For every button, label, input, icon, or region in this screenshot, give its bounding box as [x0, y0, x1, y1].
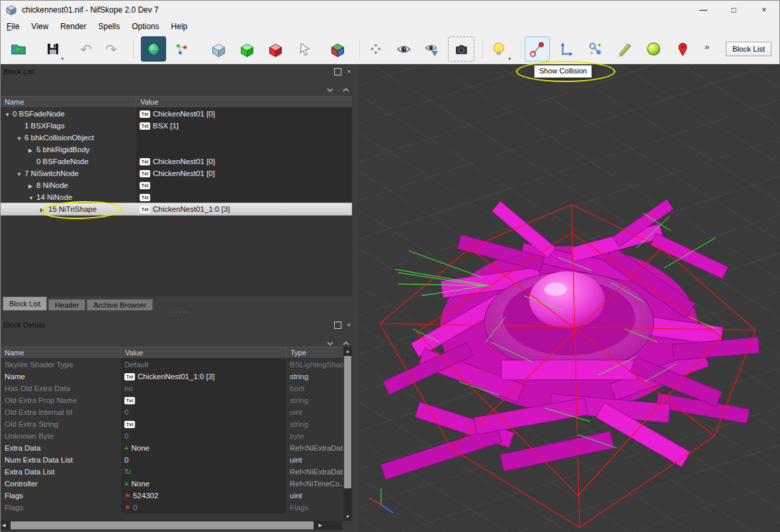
block-list-row[interactable]: ▼7 NiSwitchNodeTxtChickenNest01 [0] [1, 167, 352, 179]
tree-collapsed-icon[interactable]: ▶ [28, 181, 36, 191]
block-details-row[interactable]: Old Extra Internal Id0uint [1, 406, 343, 418]
tree-expanded-icon[interactable]: ▼ [5, 109, 13, 120]
block-value-label: BSX [1] [153, 122, 179, 130]
menu-spells[interactable]: Spells [93, 20, 126, 33]
block-details-row[interactable]: Skyrim Shader TypeDefaultBSLightingShad [1, 359, 343, 371]
menu-render[interactable]: Render [54, 20, 92, 33]
block-list-row[interactable]: 1 BSXFlagsTxtBSX [1] [1, 120, 352, 132]
tab-header[interactable]: Header [48, 299, 85, 310]
block-list-row[interactable]: 0 BSFadeNodeTxtChickenNest01 [0] [1, 155, 352, 167]
lighting-button[interactable]: ▾ [486, 36, 511, 62]
refresh-list-icon[interactable]: ↻ [124, 467, 131, 476]
block-list-row[interactable]: ▶15 NiTriShapeTxtChickenNest01_1:0 [3] [1, 203, 352, 215]
menu-options[interactable]: Options [126, 20, 165, 33]
block-details-row[interactable]: Unknown Byte0byte [1, 430, 343, 442]
hscroll-thumb[interactable] [11, 521, 314, 529]
show-axes-button[interactable] [554, 36, 579, 62]
vertical-scrollbar[interactable]: ▲ ▼ [343, 347, 352, 521]
expand-all-icon[interactable] [341, 84, 351, 91]
block-list-row[interactable]: ▼0 BSFadeNodeTxtChickenNest01 [0] [1, 108, 352, 120]
block-list-row[interactable]: ▼14 NiNodeTxt [1, 191, 352, 203]
close-panel-icon[interactable]: × [345, 322, 353, 329]
screenshot-button[interactable] [448, 36, 474, 62]
save-button[interactable]: ▾ [42, 36, 64, 62]
float-panel-icon[interactable] [334, 68, 341, 75]
block-details-row[interactable]: Num Extra Data List0uint [1, 454, 343, 466]
tree-collapsed-icon[interactable]: ▶ [28, 145, 36, 155]
marker-pin-button[interactable] [670, 36, 695, 62]
show-collision-button[interactable] [525, 36, 550, 62]
vscroll-thumb[interactable] [344, 356, 351, 488]
load-button[interactable] [6, 36, 31, 62]
redo-button[interactable]: ↷ [99, 36, 124, 62]
scroll-right-icon[interactable]: ▶ [319, 523, 322, 528]
menu-help[interactable]: Help [165, 20, 194, 33]
undo-button[interactable]: ↶ [73, 36, 99, 62]
scroll-down-icon[interactable]: ▼ [345, 514, 350, 519]
block-details-row[interactable]: Old Extra Prop NameTxtstring [1, 394, 343, 406]
wireframe-color-button[interactable] [612, 36, 637, 62]
column-header-name[interactable]: Name [1, 347, 121, 358]
block-details-row[interactable]: NameTxtChickenNest01_1:0 [3]string [1, 371, 343, 382]
scroll-left-icon[interactable]: ◀ [2, 523, 5, 528]
splitter-handle[interactable]: ······ [150, 310, 209, 318]
toolbar-overflow-button[interactable]: » [705, 42, 709, 52]
block-details-row[interactable]: Extra Data List↻Ref<NiExtraDat [1, 466, 343, 478]
detail-type-cell: BSLightingShad [286, 359, 343, 371]
expand-all-icon[interactable] [341, 337, 351, 344]
column-header-value[interactable]: Value [121, 347, 286, 358]
float-panel-icon[interactable] [334, 322, 341, 329]
column-header-name[interactable]: Name [1, 97, 136, 107]
maximize-button[interactable]: □ [718, 1, 749, 19]
tree-collapsed-icon[interactable]: ▶ [40, 204, 48, 215]
cube-green-button[interactable] [234, 36, 259, 62]
save-dropdown-icon[interactable]: ▾ [61, 56, 64, 62]
tab-archive-browser[interactable]: Archive Browser [87, 299, 153, 310]
add-link-icon[interactable]: + [124, 444, 128, 452]
highlight-button[interactable] [419, 36, 444, 62]
cube-red-button[interactable] [263, 36, 288, 62]
block-details-row[interactable]: Flags⚑0Flags [1, 502, 343, 513]
viewport-3d[interactable] [359, 64, 780, 532]
tree-expanded-icon[interactable]: ▼ [28, 193, 36, 203]
cube-blue-button[interactable] [206, 36, 231, 62]
select-arrow-button[interactable] [292, 36, 317, 62]
tab-block-list[interactable]: Block List [3, 296, 47, 310]
red-pin-icon [674, 40, 691, 58]
block-details-row[interactable]: Extra Data+NoneRef<NiExtraDat [1, 442, 343, 454]
minimize-button[interactable]: — [688, 1, 718, 19]
tree-expanded-icon[interactable]: ▼ [17, 169, 24, 179]
block-details-row[interactable]: Old Extra StringTxtstring [1, 418, 343, 430]
close-panel-icon[interactable]: × [345, 68, 353, 75]
menubar: FileViewRenderSpellsOptionsHelp [1, 19, 779, 34]
menu-file[interactable]: File [1, 20, 25, 33]
block-details-row[interactable]: Flags⚑524302uint [1, 490, 343, 502]
textures-toggle-button[interactable] [141, 36, 166, 62]
collapse-all-icon[interactable] [325, 337, 335, 344]
column-header-value[interactable]: Value [136, 97, 352, 107]
menu-view[interactable]: View [25, 20, 54, 33]
show-hidden-button[interactable] [391, 36, 416, 62]
block-details-row[interactable]: Has Old Extra Datanobool [1, 382, 343, 394]
viewport-canvas[interactable] [359, 64, 780, 532]
vertex-colors-button[interactable] [169, 36, 194, 62]
detail-value-label: 0 [124, 456, 128, 464]
block-list-combo[interactable]: Block List [726, 42, 771, 56]
block-details-row[interactable]: Controller+NoneRef<NiTimeCo... [1, 478, 343, 490]
collapse-all-icon[interactable] [325, 84, 335, 91]
scroll-up-icon[interactable]: ▲ [345, 349, 350, 353]
lighting-dropdown-icon[interactable]: ▾ [508, 56, 511, 62]
block-list-row[interactable]: ▶8 NiNodeTxt [1, 179, 352, 191]
block-name-label: 6 bhkCollisionObject [24, 134, 94, 142]
block-list-row[interactable]: ▼6 bhkCollisionObject [1, 132, 352, 144]
close-button[interactable]: × [749, 1, 779, 19]
add-link-icon[interactable]: + [124, 480, 128, 488]
horizontal-scrollbar[interactable]: ◀ ▶ [1, 521, 352, 530]
rgb-cube-button[interactable] [325, 36, 350, 62]
column-header-type[interactable]: Type [286, 347, 343, 358]
tree-expanded-icon[interactable]: ▼ [17, 133, 24, 144]
sphere-button[interactable] [641, 36, 666, 62]
block-list-row[interactable]: ▶5 bhkRigidBody [1, 144, 352, 155]
show-nodes-button[interactable] [583, 36, 608, 62]
vertex-dots-button[interactable] [363, 36, 388, 62]
